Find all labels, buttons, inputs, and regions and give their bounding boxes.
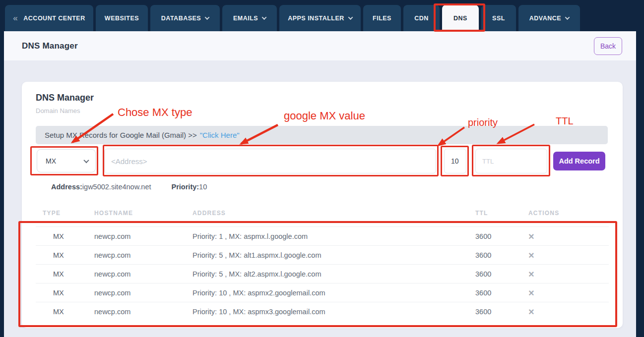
table-row: MX newcp.com Priority: 10 , MX: aspmx3.g… [36,302,609,321]
cell-type: MX [36,232,87,240]
tab-apps-installer[interactable]: APPS INSTALLER [279,5,361,31]
cell-address: Priority: 5 , MX: alt2.aspmx.l.google.co… [186,270,468,278]
col-header-hostname: HOSTNAME [87,210,186,217]
col-header-type: TYPE [36,210,87,217]
top-navigation: « ACCOUNT CENTER WEBSITES DATABASES EMAI… [0,0,644,31]
table-row: MX newcp.com Priority: 10 , MX: aspmx2.g… [36,283,609,302]
cell-address: Priority: 10 , MX: aspmx3.googlemail.com [186,308,468,316]
tab-websites[interactable]: WEBSITES [96,5,148,31]
tab-label: SSL [492,15,505,22]
record-type-value: MX [46,157,56,165]
cell-ttl: 3600 [468,308,521,316]
cell-ttl: 3600 [468,251,521,259]
cell-type: MX [36,251,87,259]
chevron-down-icon [348,15,353,20]
chevron-down-icon [565,15,570,20]
setup-note-text: Setup MX Records for Google Mail (Gmail)… [45,131,197,139]
table-row: MX newcp.com Priority: 5 , MX: alt2.aspm… [36,264,609,283]
cell-address: Priority: 5 , MX: alt1.aspmx.l.google.co… [186,251,468,259]
double-chevron-left-icon: « [13,13,18,23]
delete-record-icon[interactable]: × [521,307,609,317]
back-button[interactable]: Back [594,37,622,55]
tab-label: ADVANCE [529,15,561,22]
cell-ttl: 3600 [468,270,521,278]
chevron-down-icon [205,15,210,20]
chevron-down-icon [262,15,267,20]
cell-hostname: newcp.com [87,308,186,316]
table-row: MX newcp.com Priority: 5 , MX: alt1.aspm… [36,245,609,264]
record-type-select[interactable]: MX [37,149,96,172]
cell-type: MX [36,289,87,297]
tab-emails[interactable]: EMAILS [222,5,277,31]
click-here-link[interactable]: "Click Here" [200,131,240,139]
tab-label: DATABASES [161,15,201,22]
priority-input[interactable] [444,149,466,173]
cell-ttl: 3600 [468,232,521,240]
col-header-ttl: TTL [468,210,521,217]
tab-account-center[interactable]: « ACCOUNT CENTER [5,5,93,31]
page-title: DNS Manager [22,41,78,51]
delete-record-icon[interactable]: × [521,269,609,279]
cell-address: Priority: 1 , MX: aspmx.l.google.com [186,232,468,240]
panel-title: DNS Manager [36,93,94,103]
table-row: MX newcp.com Priority: 1 , MX: aspmx.l.g… [36,226,609,245]
tab-label: CDN [414,15,429,22]
dns-manager-panel: DNS Manager Domain Names Setup MX Record… [22,82,623,328]
tab-label: DNS [453,15,467,22]
cell-ttl: 3600 [468,289,521,297]
gmail-setup-note: Setup MX Records for Google Mail (Gmail)… [36,126,608,144]
delete-record-icon[interactable]: × [521,231,609,241]
tab-label: APPS INSTALLER [288,15,344,22]
col-header-address: ADDRESS [186,210,468,217]
tab-label: ACCOUNT CENTER [23,15,85,22]
col-header-actions: ACTIONS [521,210,609,217]
records-table-header: TYPE HOSTNAME ADDRESS TTL ACTIONS [36,210,609,217]
hint-priority-label: Priority: [172,183,199,191]
delete-record-icon[interactable]: × [521,250,609,260]
tab-label: FILES [373,15,391,22]
cell-type: MX [36,270,87,278]
hint-priority-value: 10 [199,183,207,191]
tab-label: WEBSITES [105,15,139,22]
tab-dns[interactable]: DNS [442,5,479,31]
page-header: DNS Manager Back [4,31,636,60]
cell-hostname: newcp.com [87,289,186,297]
delete-record-icon[interactable]: × [521,288,609,298]
add-record-button[interactable]: Add Record [553,152,605,170]
cell-hostname: newcp.com [87,251,186,259]
records-table-body: MX newcp.com Priority: 1 , MX: aspmx.l.g… [36,226,609,321]
ttl-input[interactable] [475,149,547,173]
hint-address-value: igw5002.site4now.net [82,183,151,191]
chevron-down-icon [83,157,89,163]
panel-subtitle: Domain Names [36,107,80,114]
tab-label: EMAILS [233,15,258,22]
hint-address-label: Address: [51,183,82,191]
cell-type: MX [36,308,87,316]
tab-cdn[interactable]: CDN [403,5,440,31]
cell-hostname: newcp.com [87,270,186,278]
cell-hostname: newcp.com [87,232,186,240]
tab-advance[interactable]: ADVANCE [518,5,580,31]
nav-tabs: « ACCOUNT CENTER WEBSITES DATABASES EMAI… [5,5,580,31]
tab-ssl[interactable]: SSL [481,5,516,31]
tab-files[interactable]: FILES [363,5,401,31]
mx-hint-line: Address:igw5002.site4now.netPriority:10 [51,183,207,191]
address-input[interactable] [104,149,436,173]
cell-address: Priority: 10 , MX: aspmx2.googlemail.com [186,289,468,297]
tab-databases[interactable]: DATABASES [150,5,220,31]
